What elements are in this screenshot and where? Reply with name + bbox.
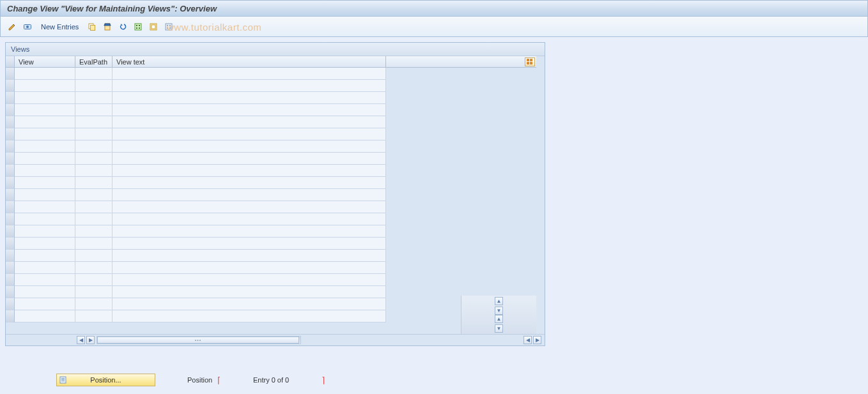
cell-viewtext[interactable] [112,238,386,250]
cell-view[interactable] [15,116,75,128]
cell-viewtext[interactable] [112,213,386,225]
cell-view[interactable] [15,104,75,116]
cell-viewtext[interactable] [112,92,386,104]
row-selector[interactable] [6,189,15,201]
scroll-thumb[interactable]: ••• [97,337,299,344]
cell-viewtext[interactable] [112,140,386,153]
scroll-left-icon[interactable]: ◀ [77,336,85,344]
row-selector[interactable] [6,310,15,322]
cell-view[interactable] [15,153,75,165]
row-selector[interactable] [6,238,15,250]
row-selector[interactable] [6,80,15,92]
scroll-down-step-icon[interactable]: ▼ [495,307,503,315]
cell-view[interactable] [15,140,75,153]
cell-evalpath[interactable] [75,238,112,250]
table-row[interactable] [6,80,386,92]
cell-evalpath[interactable] [75,189,112,201]
table-row[interactable] [6,116,386,128]
row-selector[interactable] [6,128,15,140]
table-row[interactable] [6,165,386,177]
delete-icon[interactable] [101,20,114,33]
row-selector[interactable] [6,213,15,225]
row-selector-header[interactable] [6,56,15,68]
cell-view[interactable] [15,310,75,322]
cell-evalpath[interactable] [75,250,112,262]
vertical-scrollbar[interactable]: ▲ ▼ ▲ ▼ [461,296,536,334]
horizontal-scrollbar[interactable]: ◀ ▶ ••• ◀ ▶ [6,334,545,345]
cell-viewtext[interactable] [112,68,386,80]
table-row[interactable] [6,140,386,153]
cell-viewtext[interactable] [112,262,386,274]
table-row[interactable] [6,177,386,189]
cell-viewtext[interactable] [112,165,386,177]
cell-viewtext[interactable] [112,80,386,92]
cell-view[interactable] [15,213,75,225]
table-row[interactable] [6,238,386,250]
table-row[interactable] [6,153,386,165]
table-row[interactable] [6,189,386,201]
row-selector[interactable] [6,92,15,104]
cell-viewtext[interactable] [112,274,386,286]
cell-evalpath[interactable] [75,104,112,116]
scroll-up-step-icon[interactable]: ▲ [495,315,503,323]
cell-viewtext[interactable] [112,177,386,189]
cell-view[interactable] [15,274,75,286]
table-row[interactable] [6,213,386,225]
cell-evalpath[interactable] [75,68,112,80]
cell-view[interactable] [15,177,75,189]
position-button[interactable]: Position... [56,374,155,386]
cell-evalpath[interactable] [75,201,112,213]
cell-view[interactable] [15,250,75,262]
cell-view[interactable] [15,298,75,310]
row-selector[interactable] [6,201,15,213]
row-selector[interactable] [6,298,15,310]
cell-view[interactable] [15,225,75,238]
cell-evalpath[interactable] [75,153,112,165]
column-header-evalpath[interactable]: EvalPath [75,56,112,68]
undo-icon[interactable] [116,20,129,33]
new-entries-button[interactable]: New Entries [36,20,83,33]
cell-evalpath[interactable] [75,116,112,128]
row-selector[interactable] [6,286,15,298]
table-row[interactable] [6,250,386,262]
row-selector[interactable] [6,225,15,238]
cell-evalpath[interactable] [75,80,112,92]
deselect-all-icon[interactable] [162,20,175,33]
column-header-viewtext[interactable]: View text [112,56,386,68]
cell-view[interactable] [15,189,75,201]
cell-view[interactable] [15,201,75,213]
cell-evalpath[interactable] [75,92,112,104]
cell-viewtext[interactable] [112,201,386,213]
row-selector[interactable] [6,177,15,189]
row-selector[interactable] [6,140,15,153]
scroll-down-icon[interactable]: ▼ [495,324,503,333]
other-view-icon[interactable] [21,20,34,33]
cell-view[interactable] [15,262,75,274]
cell-view[interactable] [15,165,75,177]
row-selector[interactable] [6,274,15,286]
table-row[interactable] [6,298,386,310]
scroll-right-end-icon[interactable]: ▶ [533,336,541,344]
cell-viewtext[interactable] [112,286,386,298]
table-row[interactable] [6,262,386,274]
table-row[interactable] [6,104,386,116]
table-row[interactable] [6,201,386,213]
cell-view[interactable] [15,80,75,92]
cell-evalpath[interactable] [75,128,112,140]
scroll-track[interactable]: ••• [97,336,301,344]
table-settings-icon[interactable] [525,57,535,66]
toggle-change-icon[interactable] [6,20,19,33]
row-selector[interactable] [6,153,15,165]
cell-evalpath[interactable] [75,225,112,238]
scroll-left-end-icon[interactable]: ◀ [523,336,532,344]
cell-view[interactable] [15,68,75,80]
cell-viewtext[interactable] [112,225,386,238]
scroll-right-step-icon[interactable]: ▶ [86,336,95,344]
cell-evalpath[interactable] [75,286,112,298]
row-selector[interactable] [6,262,15,274]
row-selector[interactable] [6,250,15,262]
select-all-icon[interactable] [132,20,144,33]
cell-view[interactable] [15,128,75,140]
table-row[interactable] [6,92,386,104]
cell-evalpath[interactable] [75,310,112,322]
